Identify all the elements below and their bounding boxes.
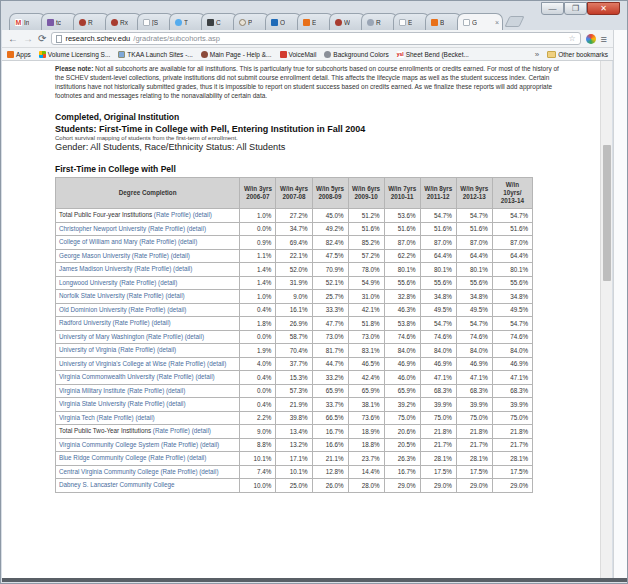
rate-profile-link[interactable]: (Rate Profile) [146,333,183,340]
bookmarks-overflow-icon[interactable]: » [535,50,539,59]
value-cell: 46.9% [456,357,492,371]
detail-link[interactable]: (detail) [167,306,186,313]
detail-link[interactable]: (detail) [195,373,214,380]
rate-profile-link[interactable]: (Rate Profile) [127,387,164,394]
detail-link[interactable]: (detail) [157,346,176,353]
forward-icon[interactable]: → [23,31,33,47]
rate-profile-link[interactable]: (Rate Profile) [154,211,191,218]
detail-link[interactable]: (detail) [192,427,211,434]
url-host: research.schev.edu [65,34,130,43]
institution-link[interactable]: Virginia Commonwealth University [59,373,155,380]
bookmark-item[interactable]: yslSheet Bend (Becket... [397,51,469,58]
rate-profile-link[interactable]: (Rate Profile) [148,225,185,232]
rate-profile-link[interactable]: (Rate Profile) [113,319,150,326]
institution-link[interactable]: University of Virginia [59,346,116,353]
window-right-frame [613,30,628,578]
institution-link[interactable]: Blue Ridge Community College [59,454,147,461]
institution-link[interactable]: Dabney S. Lancaster Community College [59,481,175,488]
institution-link[interactable]: Central Virginia Community College [59,468,159,475]
rate-profile-link[interactable]: (Rate Profile) [127,400,164,407]
rate-profile-link[interactable]: (Rate Profile) [139,238,176,245]
wiki-orange-icon [303,19,310,26]
bookmark-item[interactable]: TKAA Launch Sites -... [118,51,192,58]
institution-link[interactable]: Virginia Military Institute [59,387,125,394]
value-cell: 57.3% [276,384,312,398]
rate-profile-link[interactable]: (Rate Profile) [157,373,194,380]
menu-icon[interactable]: ≡ [601,33,607,45]
detail-link[interactable]: (detail) [151,319,170,326]
institution-link[interactable]: Total Public Two-Year Institutions [59,427,151,434]
rate-profile-link[interactable]: (Rate Profile) [161,441,198,448]
value-cell: 29.0% [420,479,456,493]
scrollbar-thumb[interactable] [603,145,611,281]
rate-profile-link[interactable]: (Rate Profile) [148,454,185,461]
institution-link[interactable]: Christopher Newport University [59,225,146,232]
bookmark-item[interactable]: Main Page - Help &... [201,51,272,58]
detail-link[interactable]: (detail) [185,333,204,340]
detail-link[interactable]: (detail) [165,292,184,299]
vertical-scrollbar[interactable] [600,61,612,578]
rate-profile-link[interactable]: (Rate Profile) [119,279,156,286]
institution-link[interactable]: University of Virginia's College at Wise [59,360,166,367]
detail-link[interactable]: (detail) [199,468,218,475]
institution-link[interactable]: Virginia Community College System [59,441,159,448]
rate-profile-link[interactable]: (Rate Profile) [160,468,197,475]
tab-label: T [184,19,188,26]
minimize-button[interactable]: — [541,2,564,15]
detail-link[interactable]: (detail) [200,441,219,448]
value-cell: 54.7% [456,317,492,331]
other-bookmarks[interactable]: Other bookmarks [547,51,608,58]
value-cell: 34.8% [456,290,492,304]
reload-icon[interactable]: ⟳ [38,31,46,47]
bookmark-star-icon[interactable]: ☆ [568,34,575,43]
detail-link[interactable]: (detail) [135,414,154,421]
new-tab-button[interactable] [504,16,524,27]
detail-link[interactable]: (detail) [178,238,197,245]
value-cell: 42.1% [348,303,384,317]
bookmark-item[interactable]: Apps [7,51,31,58]
bookmark-item[interactable]: Background Colors [324,51,388,58]
institution-link[interactable]: Radford University [59,319,111,326]
value-cell: 33.3% [312,303,348,317]
rate-profile-link[interactable]: (Rate Profile) [127,292,164,299]
close-button[interactable]: ✕ [587,2,620,15]
detail-link[interactable]: (detail) [166,387,185,394]
institution-link[interactable]: Norfolk State University [59,292,125,299]
detail-link[interactable]: (detail) [193,211,212,218]
detail-link[interactable]: (detail) [166,400,185,407]
rate-profile-link[interactable]: (Rate Profile) [168,360,205,367]
value-cell: 39.9% [456,398,492,412]
value-cell: 27.2% [276,209,312,223]
institution-link[interactable]: Old Dominion University [59,306,127,313]
detail-link[interactable]: (detail) [173,265,192,272]
back-icon[interactable]: ← [8,31,18,47]
active-tab[interactable]: G× [457,13,503,30]
rate-profile-link[interactable]: (Rate Profile) [134,265,171,272]
institution-link[interactable]: James Madison University [59,265,133,272]
rate-profile-link[interactable]: (Rate Profile) [153,427,190,434]
institution-link[interactable]: Virginia Tech [59,414,95,421]
institution-link[interactable]: University of Mary Washington [59,333,144,340]
institution-link[interactable]: Longwood University [59,279,117,286]
detail-link[interactable]: (detail) [207,360,226,367]
rate-profile-link[interactable]: (Rate Profile) [128,306,165,313]
value-cell: 51.6% [348,222,384,236]
detail-link[interactable]: (detail) [171,252,190,259]
extension-colorwheel-icon[interactable] [586,34,596,44]
close-tab-icon[interactable]: × [495,19,499,26]
rate-profile-link[interactable]: (Rate Profile) [132,252,169,259]
value-cell: 55.6% [456,276,492,290]
detail-link[interactable]: (detail) [187,225,206,232]
institution-link[interactable]: College of William and Mary [59,238,137,245]
maximize-button[interactable]: ❐ [564,2,587,15]
institution-link[interactable]: Virginia State University [59,400,126,407]
rate-profile-link[interactable]: (Rate Profile) [118,346,155,353]
bookmark-item[interactable]: Volume Licensing S... [39,51,111,58]
detail-link[interactable]: (detail) [187,454,206,461]
address-bar[interactable]: research.schev.edu /gradrates/subcohorts… [51,32,580,45]
bookmark-item[interactable]: VoiceMail [280,51,317,58]
rate-profile-link[interactable]: (Rate Profile) [97,414,134,421]
detail-link[interactable]: (detail) [158,279,177,286]
institution-link[interactable]: Total Public Four-year Institutions [59,211,152,218]
institution-link[interactable]: George Mason University [59,252,130,259]
